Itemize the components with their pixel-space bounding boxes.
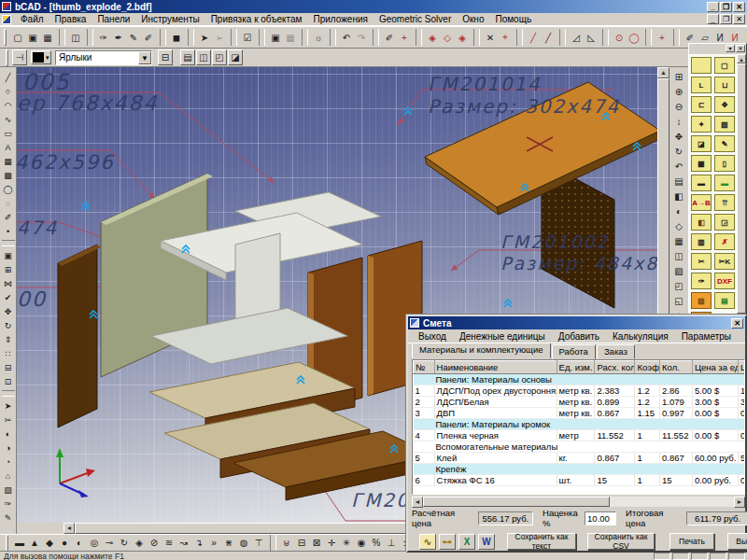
segment-2-icon[interactable]: ╱: [541, 30, 556, 46]
palette-close-icon[interactable]: ✕: [736, 45, 745, 52]
app-restore-icon[interactable]: ❐: [720, 2, 732, 12]
chart-icon[interactable]: ∿: [419, 534, 436, 550]
view-side-icon[interactable]: ◱: [671, 293, 687, 308]
percent-icon[interactable]: %: [369, 535, 384, 551]
material-icon[interactable]: ▨: [1, 483, 15, 497]
panel-bend-icon[interactable]: ◪: [691, 135, 712, 152]
zoom-in-icon[interactable]: ⊕: [671, 84, 687, 99]
snap-diamond-3-icon[interactable]: ◈: [455, 30, 470, 46]
segment-1-icon[interactable]: ╱: [526, 30, 541, 46]
column-header-5[interactable]: Кол.: [660, 361, 693, 374]
delete-x-icon[interactable]: ✕: [483, 30, 498, 46]
wireframe-icon[interactable]: ◇: [671, 218, 687, 233]
table-row[interactable]: 5Клейкг.0.86710.86760.00 руб.52.0: [414, 453, 746, 464]
palette-dock-icon[interactable]: ▾: [726, 45, 735, 52]
books-icon[interactable]: ▤: [714, 292, 735, 309]
region-icon[interactable]: ▩: [1, 168, 15, 182]
panel-notch-icon[interactable]: ⊔: [714, 77, 735, 93]
app-close-icon[interactable]: ✕: [733, 2, 745, 12]
union-icon[interactable]: ⊎: [279, 535, 294, 551]
sweep-icon[interactable]: ↝: [176, 535, 191, 551]
anchor-icon[interactable]: ⊥: [384, 535, 399, 551]
hatch-icon[interactable]: ▦: [1, 154, 15, 168]
table-row[interactable]: 3ДВПметр кв.0.8671.150.9970.00 $0.00: [414, 408, 746, 419]
view-front-icon[interactable]: ◰: [671, 278, 687, 293]
panel-brown-icon[interactable]: ◧: [691, 214, 712, 231]
menu-7[interactable]: Окно: [457, 14, 489, 24]
save-icon[interactable]: ▦: [40, 30, 55, 46]
estimate-menu-3[interactable]: Калькуляция: [606, 331, 675, 342]
estimate-button-2[interactable]: Печать: [669, 533, 714, 550]
revolve-icon[interactable]: ↻: [117, 535, 132, 551]
prev-view-icon[interactable]: ↶: [671, 159, 687, 174]
shade-icon[interactable]: ◐: [671, 203, 687, 218]
chevron-down-icon[interactable]: ▼: [138, 51, 151, 64]
cut-k-icon[interactable]: ✂K: [714, 253, 735, 270]
table-row[interactable]: 1ЛДСП/Под орех двусторонняяметр кв.2.383…: [414, 385, 746, 397]
color-swatch[interactable]: ▾: [31, 50, 51, 64]
folder-orange-icon[interactable]: ▨: [691, 292, 712, 309]
wave-icon[interactable]: ≋: [162, 535, 176, 551]
table-row[interactable]: 6Стяжка ФС 16шт.151150.00 руб.0.00: [414, 475, 746, 486]
snap-diamond-2-icon[interactable]: ◇: [440, 30, 455, 46]
sphere-icon[interactable]: ◐: [1, 427, 15, 441]
named-views-icon[interactable]: ▤: [671, 174, 687, 189]
doc-close-icon[interactable]: ✕: [733, 14, 745, 24]
pin-icon[interactable]: ⊣: [12, 49, 27, 65]
estimate-button-3[interactable]: Выход: [727, 533, 747, 550]
scroll-up-icon[interactable]: ▲: [657, 67, 669, 78]
cursor-alt-icon[interactable]: ➢: [212, 30, 227, 46]
menu-6[interactable]: Geometric Solver: [374, 14, 457, 24]
view-top-icon[interactable]: ◫: [196, 49, 211, 65]
attach-2-icon[interactable]: ✒: [111, 30, 126, 46]
layer-combo[interactable]: Ярлыки ▼: [55, 50, 152, 65]
column-header-6[interactable]: Цена за ед.: [692, 361, 738, 374]
redo-icon[interactable]: ↷: [354, 30, 369, 46]
palette-scroll-thumb[interactable]: [737, 63, 746, 314]
cross-icon[interactable]: ✛: [324, 535, 339, 551]
table-green-icon[interactable]: ▬: [714, 175, 735, 191]
grid-icon[interactable]: ⊟: [1, 360, 15, 374]
title-bar[interactable]: bCAD - [thumb_explode_2.bdf] _❐✕: [0, 0, 747, 13]
estimate-menu-4[interactable]: Параметры: [675, 331, 738, 342]
copy-icon[interactable]: ▣: [1, 248, 15, 262]
toolbar-grip-2[interactable]: [6, 49, 8, 66]
menu-3[interactable]: Инструменты: [135, 14, 204, 24]
scroll-left-icon[interactable]: ◄: [412, 497, 423, 508]
panel-corner-icon[interactable]: L: [691, 77, 712, 93]
copy-object-icon[interactable]: ▣: [268, 30, 283, 46]
box-icon[interactable]: ▧: [714, 116, 735, 133]
section-row[interactable]: Вспомогательные материалы: [414, 441, 746, 453]
menu-1[interactable]: Правка: [49, 14, 92, 24]
text-icon[interactable]: A: [1, 140, 15, 154]
section-row[interactable]: Крепёж: [414, 464, 746, 475]
panel-opening-icon[interactable]: ▢: [714, 57, 735, 74]
attach-3-icon[interactable]: ✎: [126, 30, 141, 46]
scroll-up-icon[interactable]: ▲: [737, 54, 746, 63]
column-header-2[interactable]: Ед. изм.: [557, 361, 595, 374]
save-object-icon[interactable]: ▦: [283, 30, 298, 46]
corner-2-icon[interactable]: ◺: [584, 30, 599, 46]
snap-diamond-1-icon[interactable]: ◈: [425, 30, 440, 46]
table-hscrollbar[interactable]: ◄ ►: [412, 497, 745, 507]
rotate-icon[interactable]: ↻: [1, 318, 15, 332]
panel-icon[interactable]: [691, 57, 712, 74]
table-low-icon[interactable]: ▬: [691, 175, 712, 191]
solid-sphere-icon[interactable]: ●: [57, 535, 72, 551]
estimate-button-0[interactable]: Сохранить как текст: [507, 533, 576, 550]
layout-icon[interactable]: ◫: [671, 248, 687, 263]
close-icon[interactable]: ✕: [731, 318, 743, 329]
measure-icon[interactable]: ◉: [354, 535, 369, 551]
doc-restore-icon[interactable]: ❐: [720, 14, 732, 24]
menu-4[interactable]: Привязка к объектам: [205, 14, 308, 24]
loft-icon[interactable]: ◈: [132, 535, 147, 551]
zoom-extents-icon[interactable]: ↕: [671, 114, 687, 129]
pencil-line-icon[interactable]: ✐: [382, 30, 397, 46]
print-icon[interactable]: ⊟: [158, 49, 173, 65]
tab-1[interactable]: Работа: [552, 344, 596, 359]
trim-icon[interactable]: ✂: [1, 413, 15, 427]
eye-icon[interactable]: ◔: [1, 455, 15, 469]
attach-4-icon[interactable]: ✐: [141, 30, 156, 46]
new-icon[interactable]: ▢: [10, 30, 25, 46]
ellipse-icon[interactable]: ◯: [1, 182, 15, 196]
